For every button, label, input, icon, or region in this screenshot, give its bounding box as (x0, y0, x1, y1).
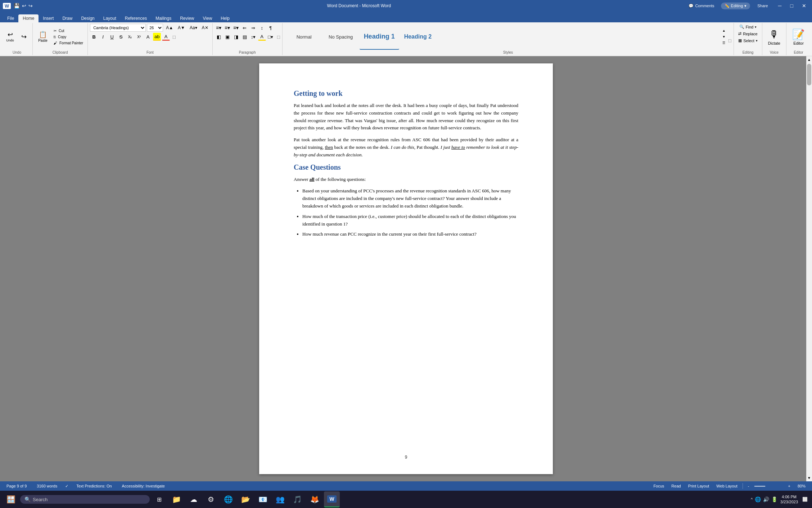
redo-button[interactable]: ↪ (17, 33, 30, 41)
taskbar-app-spotify[interactable]: 🎵 (289, 491, 305, 507)
paragraph-group-settings-icon[interactable]: ⬚ (277, 35, 280, 39)
editing-indicator[interactable]: ✏️ Editing ▾ (721, 3, 750, 9)
italic-button[interactable]: I (99, 33, 107, 41)
undo-icon-title[interactable]: ↩ (22, 3, 26, 9)
close-button[interactable]: ✕ (799, 3, 809, 9)
maximize-button[interactable]: □ (788, 3, 796, 9)
font-group-settings-icon[interactable]: ⬚ (172, 35, 176, 39)
taskbar-app-settings[interactable]: ⚙ (203, 491, 219, 507)
numbering-button[interactable]: ≡▾ (224, 24, 231, 32)
page-info[interactable]: Page 9 of 9 (4, 483, 29, 489)
font-size-select[interactable]: 26 (147, 24, 163, 32)
speaker-icon[interactable]: 🔊 (763, 496, 769, 502)
save-icon[interactable]: 💾 (14, 3, 20, 9)
text-effects-button[interactable]: A (144, 33, 152, 41)
increase-indent-button[interactable]: ⇒ (249, 24, 257, 32)
font-color-button[interactable]: A (162, 33, 170, 41)
strikethrough-button[interactable]: S (117, 33, 125, 41)
zoom-slider[interactable]: ━━━━━ (754, 484, 783, 488)
style-normal[interactable]: Normal (286, 24, 322, 50)
font-size-decrease-button[interactable]: A▼ (176, 24, 187, 32)
tab-help[interactable]: Help (216, 14, 234, 22)
share-button[interactable]: Share (753, 3, 772, 9)
styles-scroll-down[interactable]: ▼ (721, 34, 727, 40)
scroll-thumb[interactable] (807, 64, 811, 85)
battery-icon[interactable]: 🔋 (771, 496, 777, 502)
format-painter-button[interactable]: 🖌 Format Painter (51, 40, 85, 46)
systray-chevron[interactable]: ^ (751, 497, 753, 502)
page[interactable]: Getting to work Pat leaned back and look… (259, 63, 553, 474)
zoom-in-button[interactable]: + (786, 483, 793, 489)
select-button[interactable]: ▦ Select ▾ (736, 37, 760, 44)
align-left-button[interactable]: ◧ (215, 33, 223, 41)
styles-expand[interactable]: ☰ (721, 40, 727, 46)
align-right-button[interactable]: ◨ (232, 33, 240, 41)
style-heading1[interactable]: Heading 1 (360, 24, 399, 50)
tab-mailings[interactable]: Mailings (151, 14, 176, 22)
align-center-button[interactable]: ▣ (224, 33, 231, 41)
word-count[interactable]: 3160 words (35, 483, 59, 489)
style-heading2[interactable]: Heading 2 (400, 24, 436, 50)
cut-button[interactable]: ✂ Cut (51, 28, 85, 34)
styles-group-settings-icon[interactable]: ⬚ (728, 39, 731, 43)
minimize-button[interactable]: ─ (775, 3, 785, 9)
paste-button[interactable]: 📋 Paste (35, 30, 51, 44)
justify-button[interactable]: ▤ (241, 33, 249, 41)
start-button[interactable]: 🪟 (3, 491, 19, 507)
copy-button[interactable]: ⎘ Copy (51, 34, 85, 40)
subscript-button[interactable]: X₂ (126, 33, 134, 41)
tab-review[interactable]: Review (176, 14, 198, 22)
find-button[interactable]: 🔍 Find ▾ (737, 24, 759, 30)
scroll-down-arrow[interactable]: ▼ (806, 474, 812, 481)
show-marks-button[interactable]: ¶ (267, 24, 275, 32)
network-icon[interactable]: 🌐 (755, 496, 761, 502)
replace-button[interactable]: ⇄ Replace (736, 31, 759, 37)
focus-button[interactable]: Focus (651, 483, 666, 489)
tab-home[interactable]: Home (18, 14, 39, 22)
show-desktop-button[interactable]: ⬜ (801, 497, 809, 502)
text-predictions[interactable]: Text Predictions: On (74, 483, 114, 489)
tab-insert[interactable]: Insert (39, 14, 58, 22)
underline-button[interactable]: U (108, 33, 116, 41)
zoom-out-button[interactable]: - (746, 483, 752, 489)
vertical-scrollbar[interactable]: ▲ ▼ (806, 56, 812, 481)
styles-scroll-up[interactable]: ▲ (721, 28, 727, 34)
multilevel-button[interactable]: ≡▾ (232, 24, 240, 32)
tab-references[interactable]: References (121, 14, 151, 22)
sort-button[interactable]: ↕ (258, 24, 266, 32)
search-bar[interactable]: 🔍 Search (20, 495, 150, 504)
comments-button[interactable]: 💬 Comments (685, 3, 718, 9)
taskbar-app-mail[interactable]: 📧 (255, 491, 271, 507)
taskbar-app-firefox[interactable]: 🦊 (307, 491, 322, 507)
clock[interactable]: 4:06 PM 3/23/2023 (780, 494, 798, 505)
font-size-increase-button[interactable]: A▲ (164, 24, 175, 32)
borders-button[interactable]: □▾ (267, 33, 275, 41)
bold-button[interactable]: B (90, 33, 98, 41)
scroll-up-arrow[interactable]: ▲ (806, 56, 812, 63)
tab-draw[interactable]: Draw (58, 14, 77, 22)
editor-button[interactable]: 📝 Editor (789, 27, 808, 47)
highlight-button[interactable]: ab (153, 33, 161, 41)
taskbar-app-edge[interactable]: 🌐 (220, 491, 236, 507)
undo-button[interactable]: ↩ Undo (4, 31, 17, 43)
taskbar-app-word[interactable]: W (324, 491, 340, 507)
shading-button[interactable]: A (258, 33, 266, 41)
taskbar-app-files[interactable]: 📁 (168, 491, 184, 507)
read-mode-button[interactable]: Read (669, 483, 683, 489)
task-view-button[interactable]: ⊞ (151, 491, 167, 507)
accessibility[interactable]: Accessibility: Investigate (120, 483, 167, 489)
superscript-button[interactable]: X² (135, 33, 143, 41)
spell-check-icon[interactable]: ✓ (65, 484, 68, 489)
line-spacing-button[interactable]: ↕▾ (249, 33, 257, 41)
web-layout-button[interactable]: Web Layout (714, 483, 740, 489)
bullets-button[interactable]: ≡▾ (215, 24, 223, 32)
taskbar-app-explorer[interactable]: 📂 (238, 491, 253, 507)
clear-formatting-button[interactable]: A✕ (200, 24, 210, 32)
print-layout-button[interactable]: Print Layout (686, 483, 712, 489)
tab-file[interactable]: File (3, 14, 18, 22)
dictate-button[interactable]: 🎙 Dictate (764, 27, 784, 47)
redo-icon-title[interactable]: ↪ (28, 3, 33, 9)
decrease-indent-button[interactable]: ⇐ (241, 24, 249, 32)
taskbar-app-teams[interactable]: 👥 (272, 491, 288, 507)
tab-design[interactable]: Design (77, 14, 99, 22)
